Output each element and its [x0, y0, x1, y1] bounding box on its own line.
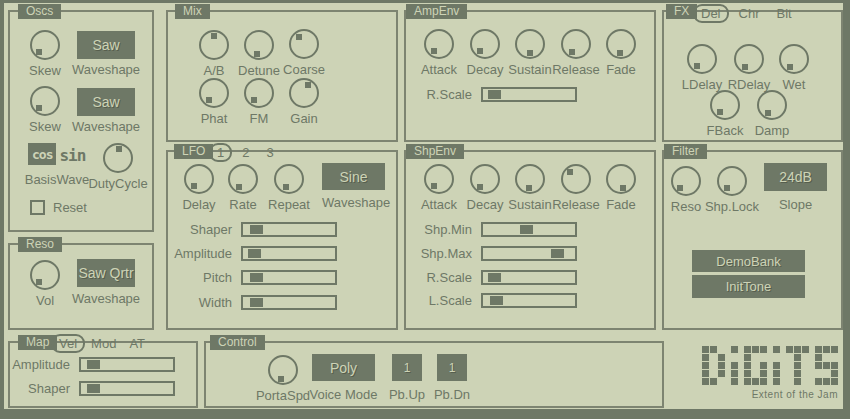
osc2-waveshape-button[interactable]: Saw	[77, 88, 135, 116]
demobank-button[interactable]: DemoBank	[692, 250, 805, 272]
attack-knob[interactable]	[424, 164, 454, 194]
fm-knob[interactable]	[244, 78, 274, 108]
cos-icon[interactable]: cos	[28, 143, 56, 165]
slider-handle[interactable]	[488, 273, 501, 282]
wet-knob[interactable]	[779, 44, 809, 74]
slider-handle[interactable]	[250, 273, 263, 282]
slider-label: Amplitude	[10, 357, 70, 372]
decay-knob[interactable]	[470, 164, 500, 194]
gain-knob[interactable]	[289, 78, 319, 108]
shp-lock-knob[interactable]	[717, 166, 747, 196]
slider-handle[interactable]	[551, 249, 564, 258]
inittone-button[interactable]: InitTone	[692, 275, 805, 298]
skew-knob-group: Skew	[17, 30, 73, 78]
reset-checkbox[interactable]	[30, 200, 45, 215]
knob-indicator	[787, 64, 793, 70]
reso-waveshape-button[interactable]: Saw Qrtr	[77, 259, 135, 287]
slider-handle[interactable]	[250, 225, 263, 234]
osc1-waveshape-button[interactable]: Saw	[77, 31, 135, 59]
slider-handle[interactable]	[248, 249, 261, 258]
tab-at[interactable]: AT	[127, 336, 147, 351]
slider-handle[interactable]	[490, 296, 503, 305]
tab-chr[interactable]: Chr	[737, 6, 762, 21]
tab-vel[interactable]: Vel	[51, 334, 85, 353]
lfo-waveshape-button[interactable]: Sine	[322, 163, 385, 190]
fback-knob[interactable]	[710, 90, 740, 120]
panel-title-shpenv: ShpEnv	[406, 144, 464, 159]
slider-label: Shaper	[10, 381, 70, 396]
amplitude-slider[interactable]	[79, 357, 175, 372]
shp-lock-knob-group: Shp.Lock	[704, 166, 760, 214]
repeat-knob[interactable]	[274, 164, 304, 194]
sin-icon[interactable]: sin	[59, 143, 85, 165]
slider-handle[interactable]	[488, 90, 501, 99]
a-b-knob[interactable]	[199, 30, 229, 60]
pb-dn-button[interactable]: 1	[437, 354, 467, 381]
slider-handle[interactable]	[250, 298, 263, 307]
knob-indicator	[431, 48, 437, 54]
detune-knob[interactable]	[244, 30, 274, 60]
fx-tab-group: DelChrBit	[698, 5, 794, 22]
knob-indicator	[36, 279, 42, 285]
fade-knob-group: Fade	[593, 164, 649, 212]
amplitude-slider[interactable]	[241, 246, 337, 261]
slider-handle[interactable]	[520, 225, 533, 234]
knob-label: Damp	[755, 123, 790, 138]
shaper-slider[interactable]	[241, 222, 337, 237]
knob-label: Gain	[290, 111, 317, 126]
fade-knob[interactable]	[606, 164, 636, 194]
vol-knob-group: Vol	[17, 260, 73, 308]
r-scale-slider[interactable]	[481, 270, 577, 285]
digits-logo-letters	[695, 346, 838, 385]
tab-1[interactable]: 1	[209, 143, 232, 162]
r-scale-slider[interactable]	[481, 87, 577, 102]
knob-indicator	[477, 48, 483, 54]
delay-knob[interactable]	[184, 164, 214, 194]
tab-bit[interactable]: Bit	[774, 6, 793, 21]
skew-knob[interactable]	[30, 86, 60, 116]
rdelay-knob[interactable]	[734, 44, 764, 74]
vol-knob[interactable]	[30, 260, 60, 290]
slider-label: Shp.Max	[406, 246, 472, 261]
width-slider[interactable]	[241, 295, 337, 310]
ldelay-knob[interactable]	[687, 44, 717, 74]
release-knob[interactable]	[561, 29, 591, 59]
fade-knob[interactable]	[606, 29, 636, 59]
phat-knob[interactable]	[199, 78, 229, 108]
gain-knob-group: Gain	[276, 78, 332, 126]
basiswave-control[interactable]: cos sin	[28, 143, 85, 165]
pitch-slider[interactable]	[241, 270, 337, 285]
tab-del[interactable]: Del	[693, 4, 729, 23]
voice-mode-label: Voice Mode	[306, 387, 381, 402]
tab-mod[interactable]: Mod	[89, 336, 118, 351]
logo-letter-g	[744, 346, 767, 385]
portaspd-knob[interactable]	[268, 355, 298, 385]
slider-label: Shaper	[168, 222, 232, 237]
knob-indicator	[236, 184, 242, 190]
dutycycle-knob[interactable]	[103, 143, 133, 173]
wet-knob-group: Wet	[766, 44, 822, 92]
filter-slope-button[interactable]: 24dB	[764, 163, 827, 191]
l-scale-slider[interactable]	[481, 293, 577, 308]
knob-indicator	[742, 64, 748, 70]
attack-knob[interactable]	[424, 29, 454, 59]
release-knob[interactable]	[561, 164, 591, 194]
coarse-knob[interactable]	[289, 29, 319, 59]
tab-2[interactable]: 2	[240, 145, 251, 160]
shp-min-slider[interactable]	[481, 222, 577, 237]
sustain-knob[interactable]	[515, 29, 545, 59]
reso-knob[interactable]	[671, 166, 701, 196]
voice-mode-button[interactable]: Poly	[312, 354, 375, 381]
sustain-knob[interactable]	[515, 164, 545, 194]
slider-handle[interactable]	[87, 384, 100, 393]
pb-up-button[interactable]: 1	[392, 354, 422, 381]
rate-knob[interactable]	[228, 164, 258, 194]
shaper-slider[interactable]	[79, 381, 175, 396]
shp-max-slider[interactable]	[481, 246, 577, 261]
knob-indicator	[305, 82, 311, 88]
tab-3[interactable]: 3	[264, 145, 275, 160]
decay-knob[interactable]	[470, 29, 500, 59]
skew-knob[interactable]	[30, 30, 60, 60]
slider-handle[interactable]	[87, 360, 100, 369]
damp-knob[interactable]	[757, 90, 787, 120]
